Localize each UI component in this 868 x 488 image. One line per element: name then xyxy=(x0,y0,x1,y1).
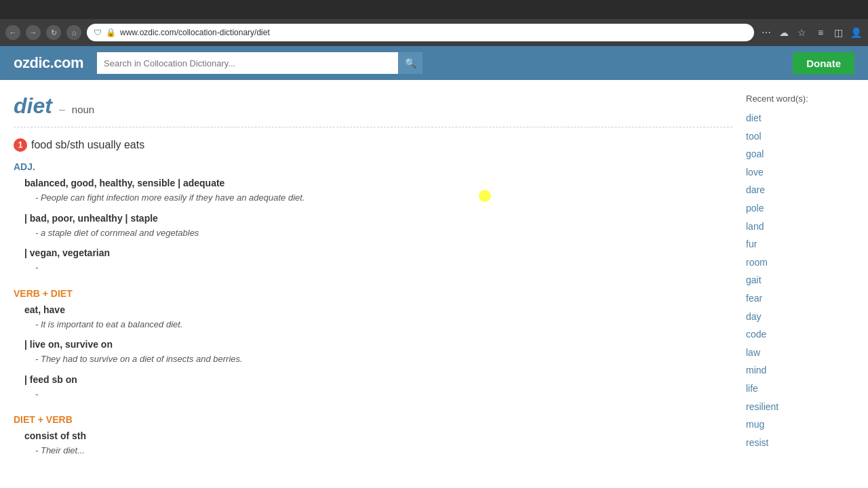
sidebar-link[interactable]: mind xyxy=(746,361,854,380)
sidebar-link[interactable]: resist xyxy=(746,434,854,452)
diet-verb-main-1: consist of sth xyxy=(24,430,732,441)
sidebar-link[interactable]: land xyxy=(746,218,854,236)
sidebar-link[interactable]: resilient xyxy=(746,398,854,416)
browser-action-buttons: ⋯ ☁ ☆ xyxy=(760,27,808,38)
content-area: diet – noun 1 food sb/sth usually eats A… xyxy=(14,94,732,466)
verb-diet-main-1: eat, have xyxy=(24,304,732,315)
word-dash: – xyxy=(59,104,65,116)
sidebar-link[interactable]: gait xyxy=(746,271,854,289)
adj-main-2: | bad, poor, unhealthy | staple xyxy=(24,213,732,224)
diet-verb-section: DIET + VERB consist of sth - Their diet.… xyxy=(14,414,732,458)
browser-menu-icon[interactable]: ⋯ xyxy=(760,27,773,38)
url-display: www.ozdic.com/collocation-dictionary/die… xyxy=(120,28,747,37)
verb-diet-example-3: - xyxy=(35,388,732,401)
sidebar-link[interactable]: pole xyxy=(746,199,854,218)
verb-diet-example-2: - They had to survive on a diet of insec… xyxy=(35,352,732,366)
verb-diet-label: VERB + DIET xyxy=(14,288,732,299)
sidebar-link[interactable]: life xyxy=(746,380,854,398)
browser-toolbar: ← → ↻ ⌂ 🛡 🔒 www.ozdic.com/collocation-di… xyxy=(0,19,868,46)
diet-verb-example-1: - Their diet... xyxy=(35,444,732,458)
browser-right-icons: ≡ ◫ 👤 xyxy=(814,27,863,38)
sidebar-link[interactable]: diet xyxy=(746,109,854,127)
sidebar-link[interactable]: code xyxy=(746,325,854,344)
section-1-title: 1 food sb/sth usually eats xyxy=(14,138,732,152)
verb-diet-group-2: | live on, survive on - They had to surv… xyxy=(24,339,732,366)
donate-button[interactable]: Donate xyxy=(793,52,854,75)
adj-main-3: | vegan, vegetarian xyxy=(24,247,732,258)
verb-diet-group-1: eat, have - It is important to eat a bal… xyxy=(24,304,732,331)
shield-icon: 🛡 xyxy=(94,28,102,37)
verb-diet-main-2: | live on, survive on xyxy=(24,339,732,350)
verb-diet-main-3: | feed sb on xyxy=(24,374,732,385)
sidebar-link[interactable]: dare xyxy=(746,181,854,199)
adj-main-1: balanced, good, healthy, sensible | adeq… xyxy=(24,178,732,188)
adj-example-1: - People can fight infection more easily… xyxy=(35,191,732,205)
search-form: 🔍 xyxy=(97,52,422,74)
diet-verb-label: DIET + VERB xyxy=(14,414,732,425)
sidebar: Recent word(s): diettoolgoallovedarepole… xyxy=(746,94,854,466)
sidebar-link[interactable]: mug xyxy=(746,415,854,434)
diet-verb-group-1: consist of sth - Their diet... xyxy=(24,430,732,458)
home-button[interactable]: ⌂ xyxy=(66,25,81,40)
pocket-icon[interactable]: ☁ xyxy=(777,27,791,38)
section-1-description: food sb/sth usually eats xyxy=(31,139,144,151)
adj-group-3: | vegan, vegetarian - xyxy=(24,247,732,274)
verb-diet-section: VERB + DIET eat, have - It is important … xyxy=(14,288,732,401)
adj-example-2: - a staple diet of cornmeal and vegetabl… xyxy=(35,226,732,240)
adj-group-2: | bad, poor, unhealthy | staple - a stap… xyxy=(24,213,732,240)
verb-diet-group-3: | feed sb on - xyxy=(24,374,732,401)
library-icon[interactable]: ≡ xyxy=(814,27,827,38)
sidebar-toggle-icon[interactable]: ◫ xyxy=(831,27,845,38)
verb-diet-example-1: - It is important to eat a balanced diet… xyxy=(35,318,732,331)
word-title: diet xyxy=(14,94,52,119)
section-number-1: 1 xyxy=(14,138,27,152)
back-button[interactable]: ← xyxy=(5,25,20,40)
sidebar-link[interactable]: tool xyxy=(746,127,854,146)
address-bar[interactable]: 🛡 🔒 www.ozdic.com/collocation-dictionary… xyxy=(87,24,754,41)
sidebar-title: Recent word(s): xyxy=(746,94,854,104)
search-button[interactable]: 🔍 xyxy=(398,52,422,74)
adj-label: ADJ. xyxy=(14,161,732,172)
search-input[interactable] xyxy=(97,52,398,74)
reload-button[interactable]: ↻ xyxy=(46,25,61,40)
sidebar-link[interactable]: fur xyxy=(746,235,854,253)
lock-icon: 🔒 xyxy=(106,28,116,37)
forward-button[interactable]: → xyxy=(26,25,41,40)
sidebar-link[interactable]: day xyxy=(746,308,854,326)
site-header: ozdic.com 🔍 Donate xyxy=(0,46,868,80)
word-title-row: diet – noun xyxy=(14,94,732,127)
site-logo[interactable]: ozdic.com xyxy=(14,54,83,72)
adj-example-3: - xyxy=(35,261,732,274)
sidebar-link[interactable]: fear xyxy=(746,289,854,308)
sidebar-link[interactable]: love xyxy=(746,163,854,182)
bookmark-icon[interactable]: ☆ xyxy=(795,27,808,38)
sidebar-link[interactable]: room xyxy=(746,253,854,272)
browser-top-bar xyxy=(0,0,868,19)
sidebar-link[interactable]: goal xyxy=(746,145,854,163)
adj-group-1: balanced, good, healthy, sensible | adeq… xyxy=(24,178,732,205)
profile-icon[interactable]: 👤 xyxy=(849,27,863,38)
main-layout: diet – noun 1 food sb/sth usually eats A… xyxy=(0,80,868,479)
sidebar-links: diettoolgoallovedarepolelandfurroomgaitf… xyxy=(746,109,854,451)
sidebar-link[interactable]: law xyxy=(746,344,854,362)
word-pos: noun xyxy=(72,104,94,115)
